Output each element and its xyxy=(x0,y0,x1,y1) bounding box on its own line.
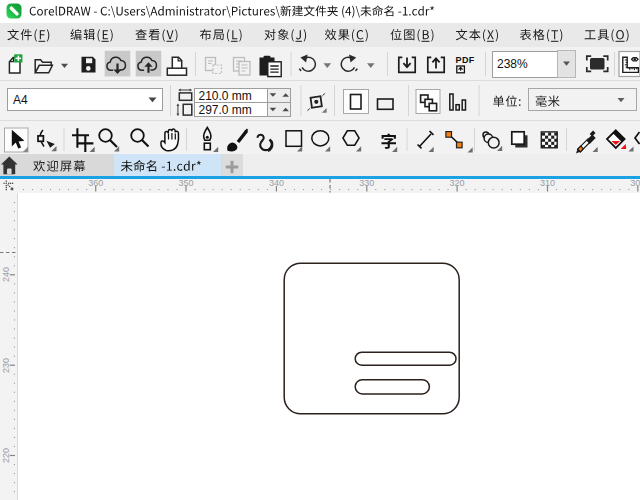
svg-text:PDF: PDF xyxy=(456,55,475,65)
